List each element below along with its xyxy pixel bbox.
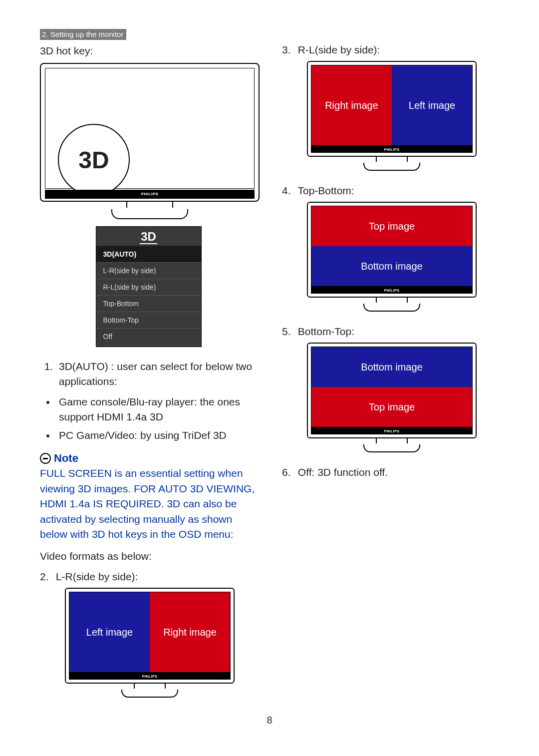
rl-side-by-side-diagram: Right image Left image <box>307 61 477 171</box>
numbered-list-1: 3D(AUTO) : user can select for below two… <box>40 359 257 389</box>
list-item: PC Game/Video: by using TriDef 3D <box>56 428 257 443</box>
osd-item-3dauto[interactable]: 3D(AUTO) <box>96 246 201 263</box>
item-4-line: 4. Top-Bottom: <box>282 185 499 197</box>
left-column: 2. Setting up the monitor 3D hot key: 3D… <box>40 27 257 712</box>
item-5-line: 5. Bottom-Top: <box>282 326 499 338</box>
osd-3d-menu: 3D 3D(AUTO) L-R(side by side) R-L(side b… <box>96 226 202 347</box>
top-image-cell: Top image <box>311 206 472 246</box>
right-image-cell: Right image <box>311 65 392 145</box>
bottom-image-cell: Bottom image <box>311 347 472 387</box>
right-column: 3. R-L(side by side): Right image Left i… <box>282 27 499 712</box>
monitor-brand-label <box>311 146 473 153</box>
left-image-cell: Left image <box>69 592 150 672</box>
3d-badge: 3D <box>58 124 130 196</box>
monitor-brand-label <box>311 287 473 294</box>
osd-menu-title: 3D <box>96 227 201 246</box>
note-heading: Note <box>40 452 257 465</box>
osd-item-lr[interactable]: L-R(side by side) <box>96 263 201 279</box>
monitor-brand-label <box>311 427 473 434</box>
osd-item-topbottom[interactable]: Top-Bottom <box>96 296 201 312</box>
monitor-brand-label <box>45 190 255 199</box>
note-label: Note <box>54 452 78 465</box>
osd-item-bottomtop[interactable]: Bottom-Top <box>96 312 201 329</box>
video-formats-intro: Video formats as below: <box>40 549 257 563</box>
lr-side-by-side-diagram: Left image Right image <box>65 588 235 698</box>
monitor-3d-illustration: 3D <box>40 63 260 219</box>
osd-item-off[interactable]: Off <box>96 329 201 345</box>
osd-item-rl[interactable]: R-L(side by side) <box>96 279 201 296</box>
list-item: Game console/Blu-ray player: the ones su… <box>56 394 257 425</box>
list-item: 3D(AUTO) : user can select for below two… <box>56 359 257 389</box>
item-2-line: 2. L-R(side by side): <box>40 571 257 583</box>
monitor-brand-label <box>69 673 231 680</box>
bullet-list: Game console/Blu-ray player: the ones su… <box>40 394 257 443</box>
top-bottom-diagram: Top image Bottom image <box>307 202 477 312</box>
left-image-cell: Left image <box>392 65 472 145</box>
right-image-cell: Right image <box>150 592 230 672</box>
top-image-cell: Top image <box>311 387 472 427</box>
page-number: 8 <box>267 715 272 726</box>
bottom-image-cell: Bottom image <box>311 246 472 286</box>
item-6-line: 6. Off: 3D function off. <box>282 466 499 478</box>
item-3-line: 3. R-L(side by side): <box>282 44 499 56</box>
bottom-top-diagram: Bottom image Top image <box>307 343 477 452</box>
note-body: FULL SCREEN is an essential setting when… <box>40 466 257 542</box>
header-tag: 2. Setting up the monitor <box>40 29 126 40</box>
note-icon <box>40 453 51 464</box>
section-title-3d-hot-key: 3D hot key: <box>40 45 257 57</box>
